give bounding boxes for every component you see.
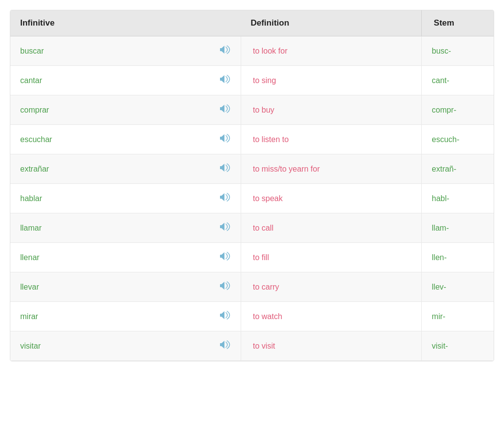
table-row: llenarto fillllen- bbox=[10, 243, 494, 272]
vocabulary-table: Infinitive Definition Stem buscarto look… bbox=[10, 10, 494, 361]
cell-infinitive: buscar bbox=[10, 36, 210, 66]
cell-sound[interactable] bbox=[210, 213, 241, 243]
cell-sound[interactable] bbox=[210, 184, 241, 213]
cell-infinitive: mirar bbox=[10, 302, 210, 331]
table-row: buscarto look forbusc- bbox=[10, 36, 494, 66]
speaker-icon[interactable] bbox=[220, 135, 231, 145]
cell-stem: escuch- bbox=[422, 125, 494, 154]
cell-stem: llev- bbox=[422, 272, 494, 302]
table-row: llevarto carryllev- bbox=[10, 272, 494, 302]
table-row: comprarto buycompr- bbox=[10, 95, 494, 125]
cell-sound[interactable] bbox=[210, 243, 241, 272]
cell-definition: to watch bbox=[241, 302, 422, 331]
cell-definition: to carry bbox=[241, 272, 422, 302]
speaker-icon[interactable] bbox=[220, 253, 231, 263]
speaker-icon[interactable] bbox=[220, 312, 231, 322]
speaker-icon[interactable] bbox=[220, 194, 231, 204]
cell-stem: compr- bbox=[422, 95, 494, 125]
cell-stem: habl- bbox=[422, 184, 494, 213]
cell-sound[interactable] bbox=[210, 272, 241, 302]
cell-sound[interactable] bbox=[210, 36, 241, 66]
cell-sound[interactable] bbox=[210, 66, 241, 95]
cell-infinitive: visitar bbox=[10, 331, 210, 361]
cell-infinitive: escuchar bbox=[10, 125, 210, 154]
table-row: llamarto callllam- bbox=[10, 213, 494, 243]
cell-sound[interactable] bbox=[210, 95, 241, 125]
cell-sound[interactable] bbox=[210, 331, 241, 361]
speaker-icon[interactable] bbox=[220, 282, 231, 292]
cell-stem: llen- bbox=[422, 243, 494, 272]
table-row: mirarto watchmir- bbox=[10, 302, 494, 331]
header-definition: Definition bbox=[241, 10, 422, 36]
cell-stem: visit- bbox=[422, 331, 494, 361]
header-stem: Stem bbox=[422, 10, 494, 36]
cell-sound[interactable] bbox=[210, 302, 241, 331]
table-row: escucharto listen toescuch- bbox=[10, 125, 494, 154]
table-row: cantarto singcant- bbox=[10, 66, 494, 95]
speaker-icon[interactable] bbox=[220, 164, 231, 174]
cell-definition: to sing bbox=[241, 66, 422, 95]
cell-stem: llam- bbox=[422, 213, 494, 243]
cell-infinitive: cantar bbox=[10, 66, 210, 95]
table-row: visitarto visitvisit- bbox=[10, 331, 494, 361]
table-header-row: Infinitive Definition Stem bbox=[10, 10, 494, 36]
cell-infinitive: llamar bbox=[10, 213, 210, 243]
cell-infinitive: comprar bbox=[10, 95, 210, 125]
cell-definition: to fill bbox=[241, 243, 422, 272]
cell-definition: to visit bbox=[241, 331, 422, 361]
table-row: extrañarto miss/to yearn forextrañ- bbox=[10, 154, 494, 184]
cell-infinitive: llevar bbox=[10, 272, 210, 302]
cell-stem: cant- bbox=[422, 66, 494, 95]
header-infinitive: Infinitive bbox=[10, 10, 241, 36]
speaker-icon[interactable] bbox=[220, 341, 231, 351]
cell-definition: to buy bbox=[241, 95, 422, 125]
cell-definition: to call bbox=[241, 213, 422, 243]
cell-infinitive: extrañar bbox=[10, 154, 210, 184]
cell-stem: extrañ- bbox=[422, 154, 494, 184]
cell-infinitive: llenar bbox=[10, 243, 210, 272]
cell-sound[interactable] bbox=[210, 154, 241, 184]
speaker-icon[interactable] bbox=[220, 46, 231, 56]
speaker-icon[interactable] bbox=[220, 76, 231, 86]
cell-definition: to look for bbox=[241, 36, 422, 66]
speaker-icon[interactable] bbox=[220, 223, 231, 233]
table-row: hablarto speakhabl- bbox=[10, 184, 494, 213]
cell-stem: busc- bbox=[422, 36, 494, 66]
cell-definition: to miss/to yearn for bbox=[241, 154, 422, 184]
speaker-icon[interactable] bbox=[220, 105, 231, 115]
cell-sound[interactable] bbox=[210, 125, 241, 154]
cell-definition: to speak bbox=[241, 184, 422, 213]
cell-infinitive: hablar bbox=[10, 184, 210, 213]
cell-stem: mir- bbox=[422, 302, 494, 331]
cell-definition: to listen to bbox=[241, 125, 422, 154]
